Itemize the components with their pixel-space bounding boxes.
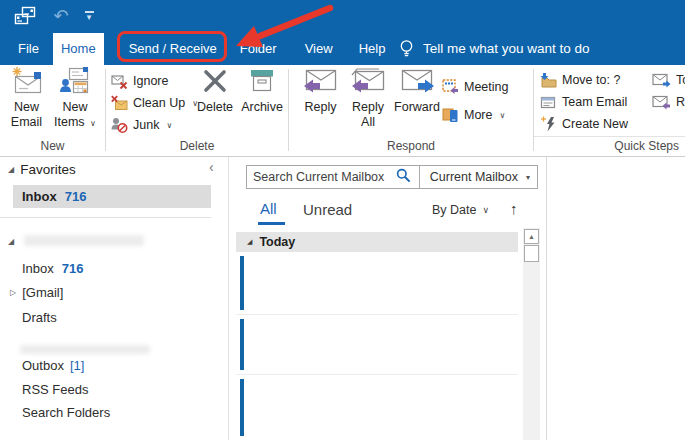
chevron-down-icon: ∨: [499, 111, 505, 120]
folder-item-outbox[interactable]: Outbox [1]: [22, 358, 84, 373]
junk-label: Junk: [133, 118, 159, 132]
chevron-down-icon: ∨: [482, 205, 489, 215]
new-items-button[interactable]: New Items ∨: [51, 67, 99, 131]
email-list-item[interactable]: [236, 252, 518, 315]
create-new-label: Create New: [562, 117, 628, 131]
team-email-label: Team Email: [562, 95, 627, 109]
folder-item-favorites-inbox[interactable]: Inbox 716: [13, 185, 211, 208]
create-new-icon: [540, 116, 557, 132]
chevron-down-icon: ∨: [166, 121, 172, 130]
active-filter-underline: [258, 222, 285, 225]
clean-up-button[interactable]: Clean Up ∨: [111, 93, 198, 113]
more-button[interactable]: More ∨: [442, 105, 505, 125]
scroll-up-button[interactable]: ▲: [524, 229, 539, 244]
scrollbar-thumb[interactable]: [524, 245, 539, 262]
delete-label: Delete: [197, 100, 233, 115]
meeting-button[interactable]: Meeting: [442, 77, 508, 97]
group-label-respond: Respond: [289, 139, 533, 154]
reading-pane: [547, 157, 685, 440]
clean-up-label: Clean Up: [133, 96, 185, 110]
quick-access-send-receive-button[interactable]: [12, 4, 38, 28]
tab-home[interactable]: Home: [53, 33, 104, 65]
folder-item-rss-feeds[interactable]: RSS Feeds: [22, 382, 88, 397]
group-label-delete: Delete: [106, 139, 288, 154]
folder-item-inbox[interactable]: Inbox 716: [22, 261, 84, 276]
chevron-down-icon: ∨: [90, 119, 96, 128]
tab-folder[interactable]: Folder: [231, 32, 286, 65]
collapse-folder-pane-button[interactable]: ‹: [209, 159, 214, 175]
move-to-button[interactable]: Move to: ?: [540, 70, 620, 90]
tab-view[interactable]: View: [296, 32, 342, 65]
junk-icon: [111, 117, 128, 133]
favorites-label: Favorites: [20, 162, 76, 177]
message-list-scrollbar[interactable]: ▲: [523, 228, 540, 440]
reply-button[interactable]: Reply: [298, 67, 343, 115]
dropdown-icon: ▾: [526, 173, 530, 182]
item-count-badge: [1]: [70, 358, 84, 373]
sort-by-dropdown[interactable]: By Date ∨: [432, 203, 489, 217]
ignore-button[interactable]: Ignore: [111, 71, 168, 91]
forward-button[interactable]: Forward: [393, 67, 441, 115]
reply-all-icon: [349, 67, 387, 95]
meeting-label: Meeting: [464, 80, 508, 94]
ribbon-group-new: New Email New Items ∨: [0, 65, 105, 157]
to-manager-button[interactable]: To: [652, 70, 685, 90]
account-header[interactable]: ◢: [8, 237, 14, 246]
ribbon-group-respond: Reply Reply All Forward: [289, 65, 533, 157]
clean-up-icon: [111, 95, 128, 111]
lightbulb-icon: [399, 39, 414, 58]
sort-direction-button[interactable]: ↑: [510, 200, 518, 217]
ribbon-group-delete: Ignore Clean Up ∨ Junk: [106, 65, 288, 157]
tab-file[interactable]: File: [6, 32, 51, 65]
email-list-item[interactable]: [236, 375, 518, 440]
archive-label: Archive: [241, 100, 283, 115]
more-label: More: [464, 108, 492, 122]
folder-item-redacted[interactable]: [20, 345, 150, 354]
filter-tab-unread[interactable]: Unread: [303, 201, 352, 218]
folder-item-gmail[interactable]: ▷ [Gmail]: [10, 285, 63, 300]
new-email-button[interactable]: New Email: [4, 67, 49, 130]
search-input[interactable]: [247, 170, 394, 184]
scroll-up-icon: ▲: [528, 233, 535, 240]
folder-pane: ◢ Favorites ‹ Inbox 716 ◢ Inbox 716 ▷ [G…: [0, 157, 228, 440]
new-email-icon: [11, 67, 43, 95]
archive-button[interactable]: Archive: [239, 67, 285, 115]
search-icon[interactable]: [396, 168, 411, 186]
dropdown-icon: ▾: [87, 14, 92, 21]
tell-me-box[interactable]: Tell me what you want to do: [399, 32, 590, 65]
move-to-label: Move to: ?: [562, 73, 620, 87]
to-manager-icon: [652, 73, 671, 88]
group-label-quick-steps: Quick Steps: [534, 139, 685, 154]
unread-count-badge: 716: [62, 261, 84, 276]
unread-indicator-bar: [240, 256, 244, 310]
reply-delete-button[interactable]: Re: [652, 92, 685, 112]
group-header-today[interactable]: ◢ Today: [236, 232, 518, 252]
group-label-new: New: [0, 139, 105, 154]
create-new-button[interactable]: Create New: [540, 114, 628, 134]
more-icon: [442, 107, 459, 123]
delete-button[interactable]: Delete: [192, 67, 238, 115]
tab-send-receive[interactable]: Send / Receive: [117, 32, 229, 65]
team-email-icon: [540, 95, 557, 110]
folder-item-drafts[interactable]: Drafts: [22, 310, 57, 325]
reply-delete-icon: [652, 95, 671, 110]
search-scope-dropdown[interactable]: Current Mailbox ▾: [420, 170, 537, 184]
archive-icon: [248, 67, 276, 95]
reply-all-button[interactable]: Reply All: [345, 67, 391, 130]
folder-item-search-folders[interactable]: Search Folders: [22, 405, 110, 420]
team-email-button[interactable]: Team Email: [540, 92, 627, 112]
customize-quick-access-toolbar-button[interactable]: ▾: [76, 4, 102, 28]
unread-count-badge: 716: [65, 189, 87, 204]
favorites-header[interactable]: ◢ Favorites: [8, 162, 76, 177]
tab-help[interactable]: Help: [350, 32, 395, 65]
content-area: ◢ Favorites ‹ Inbox 716 ◢ Inbox 716 ▷ [G…: [0, 157, 685, 440]
triangle-expanded-icon: ◢: [8, 237, 14, 246]
junk-button[interactable]: Junk ∨: [111, 115, 172, 135]
filter-tab-all[interactable]: All: [260, 200, 277, 217]
send-receive-icon: [14, 6, 36, 26]
undo-button[interactable]: ↶: [48, 4, 74, 28]
delete-icon: [201, 67, 229, 95]
ignore-label: Ignore: [133, 74, 168, 88]
triangle-expanded-icon: ◢: [8, 165, 14, 174]
email-list-item[interactable]: [236, 315, 518, 375]
